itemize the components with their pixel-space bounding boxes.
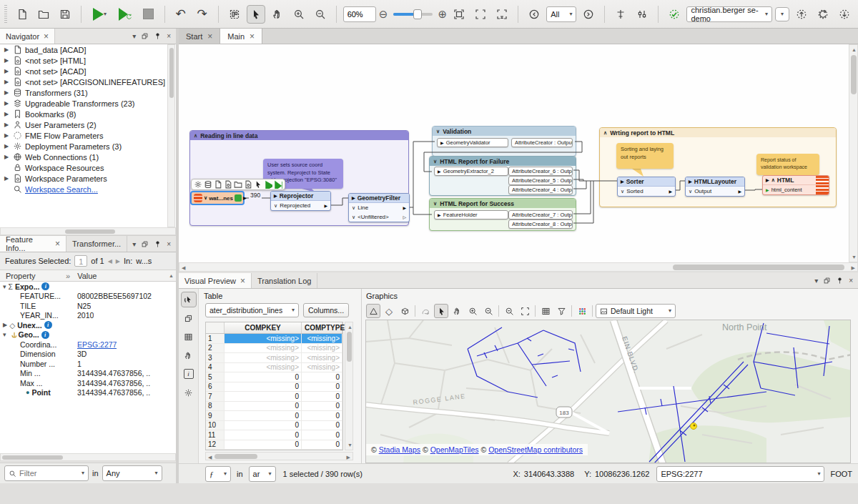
zoom-decrease-button[interactable] <box>379 8 388 21</box>
view-scope-dropdown[interactable]: All <box>546 6 576 22</box>
navigator-item-writer-agol[interactable]: <not set> [ARCGISONLINEFEATURES] <box>0 76 176 87</box>
output-port-icon[interactable] <box>403 206 406 210</box>
property-row[interactable]: Min ...3144394.47637856, .. <box>0 369 176 379</box>
failure-output-node[interactable]: AttributeCreator_4 : Output <box>508 185 573 194</box>
property-row[interactable]: Expo...i <box>0 282 176 292</box>
pin-panel-icon[interactable] <box>154 240 162 248</box>
info-icon[interactable]: i <box>41 331 49 339</box>
folder-icon[interactable] <box>234 180 242 189</box>
reader-doc-icon[interactable] <box>214 180 222 189</box>
table-row[interactable]: 2<missing><missing> <box>206 344 342 354</box>
table-row[interactable]: 600 <box>206 382 342 392</box>
next-feature-icon[interactable] <box>116 258 120 265</box>
expander-icon[interactable] <box>4 68 9 74</box>
transformer-sorter[interactable]: Sorter Sorted <box>617 177 676 197</box>
expand-icon[interactable] <box>3 322 7 328</box>
property-column-header[interactable]: Property <box>0 272 66 280</box>
search-function-dropdown[interactable] <box>205 466 231 482</box>
download-button[interactable] <box>835 5 854 24</box>
folder-settings-icon[interactable] <box>244 180 252 189</box>
input-port-icon[interactable] <box>438 213 441 217</box>
navigator-tab[interactable]: Navigator <box>0 29 55 44</box>
filter-text-input[interactable] <box>19 469 64 478</box>
transformer-htmllayouter[interactable]: HTMLLayouter Output <box>685 177 745 197</box>
visual-preview-tab[interactable]: Visual Preview <box>179 273 252 288</box>
close-panel-icon[interactable] <box>849 277 853 285</box>
navigator-item-workspace-resources[interactable]: Workspace Resources <box>0 162 176 173</box>
collapse-icon[interactable] <box>433 201 437 207</box>
next-view-button[interactable] <box>579 5 598 24</box>
table-row[interactable]: 1<missing><missing> <box>206 334 342 344</box>
osm-contributors-link[interactable]: OpenStreetMap contributors <box>488 445 583 454</box>
close-icon[interactable] <box>55 239 60 249</box>
feature-info-hscrollbar[interactable] <box>0 453 176 461</box>
fit-view-button[interactable] <box>471 5 490 24</box>
transformer-tab[interactable]: Transformer... <box>66 236 127 252</box>
rerun-button[interactable] <box>115 5 137 24</box>
expander-icon[interactable] <box>4 89 9 96</box>
transformer-reprojector[interactable]: Reprojector Reprojected <box>270 191 331 211</box>
annotation-sorting[interactable]: Sorting and laying out reports <box>616 143 674 169</box>
pointer-tool-button[interactable] <box>247 5 265 24</box>
annotation-report-status[interactable]: Report status of validation workspace <box>756 154 819 175</box>
zoom-slider[interactable] <box>393 13 432 16</box>
close-panel-icon[interactable] <box>167 32 171 40</box>
distribute-button[interactable] <box>633 5 651 24</box>
success-input-node[interactable]: FeatureHolder <box>434 210 508 219</box>
collapse-icon[interactable] <box>603 130 607 136</box>
table-row[interactable]: 500 <box>206 372 342 382</box>
property-row[interactable]: TILEN25 <box>0 301 176 311</box>
navigator-item-bookmarks[interactable]: Bookmarks (8) <box>0 109 176 119</box>
columns-button[interactable]: Columns... <box>303 303 349 317</box>
selected-index-field[interactable]: 1 <box>74 255 87 267</box>
reader-settings-icon[interactable] <box>224 180 232 189</box>
undo-button[interactable] <box>172 5 190 24</box>
input-port-icon[interactable] <box>352 196 355 200</box>
stadia-maps-link[interactable]: Stadia Maps <box>379 445 420 454</box>
translation-log-tab[interactable]: Translation Log <box>252 273 317 288</box>
navigator-item-user-parameters[interactable]: User Parameters (2) <box>0 119 176 130</box>
collapse-icon[interactable] <box>689 189 692 194</box>
table-row[interactable]: 700 <box>206 392 342 402</box>
panel-menu-icon[interactable] <box>132 32 136 40</box>
filter-input[interactable] <box>4 465 89 481</box>
close-icon[interactable] <box>240 276 245 286</box>
feature-info-tab[interactable]: Feature Info... <box>0 236 66 252</box>
failure-output-node[interactable]: AttributeCreator_6 : Output <box>508 167 573 176</box>
collapse-icon[interactable] <box>621 189 624 194</box>
layers-icon[interactable] <box>204 180 212 189</box>
navigator-item-flow-parameters[interactable]: FME Flow Parameters <box>0 130 176 141</box>
run-cursor-icon[interactable] <box>254 180 262 189</box>
output-port-icon[interactable] <box>403 215 406 219</box>
table-row[interactable]: 900 <box>206 411 342 421</box>
property-row[interactable]: Point3144394.47637856, .. <box>0 388 176 398</box>
input-port-icon[interactable] <box>689 179 692 184</box>
expander-icon[interactable] <box>4 132 9 139</box>
crs-dropdown[interactable]: EPSG:2277 <box>656 466 824 482</box>
fit-extents-button[interactable] <box>518 304 532 318</box>
pin-panel-icon[interactable] <box>154 32 162 40</box>
table-row[interactable]: 3<missing><missing> <box>206 353 342 363</box>
navigator-item-workspace-parameters[interactable]: Workspace Parameters <box>0 173 176 184</box>
property-row[interactable]: Max ...3144394.47637856, .. <box>0 378 176 388</box>
info-icon[interactable]: i <box>41 282 49 290</box>
table-row[interactable]: 1100 <box>206 430 342 440</box>
zoom-increase-button[interactable] <box>438 8 448 21</box>
output-port-icon[interactable] <box>738 189 741 194</box>
expander-icon[interactable] <box>4 100 9 107</box>
scroll-up-icon[interactable] <box>169 273 176 278</box>
view-3d-button[interactable] <box>398 304 412 318</box>
feature-type-dropdown[interactable]: ater_distribution_lines <box>205 303 299 317</box>
collapse-icon[interactable] <box>433 159 437 164</box>
expander-icon[interactable] <box>4 175 9 182</box>
navigator-item-web-connections[interactable]: Web Connections (1) <box>0 152 176 162</box>
fit-window-button[interactable] <box>493 5 511 24</box>
expander-icon[interactable] <box>4 143 9 149</box>
previous-feature-icon[interactable] <box>108 258 112 265</box>
table-vscrollbar[interactable] <box>345 322 353 450</box>
table-hscrollbar[interactable] <box>205 452 353 460</box>
close-icon[interactable] <box>207 31 212 41</box>
graphics-zoom-out-button[interactable] <box>481 304 495 318</box>
collapse-icon[interactable] <box>194 133 197 139</box>
table-row[interactable]: 1000 <box>206 421 342 431</box>
